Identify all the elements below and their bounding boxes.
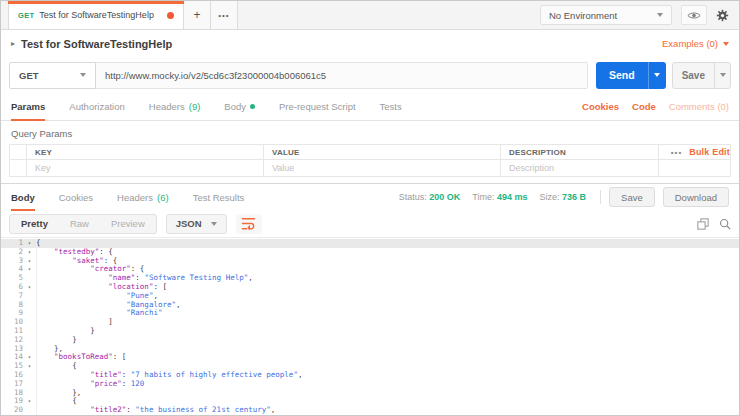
wrap-text-button[interactable] [236,214,262,234]
request-url-input[interactable] [96,62,588,89]
language-value: JSON [176,218,202,229]
tab-label: Authorization [69,101,124,112]
fold-spacer [23,327,36,336]
response-body-editor[interactable]: 1▾{2▾ "testedby": {3▾ "saket": {4▾ "crea… [1,238,739,416]
json-punctuation: }, [72,388,81,397]
code-line-18[interactable]: 18 }, [1,389,739,398]
indent [36,370,90,379]
chevron-down-icon [657,13,663,17]
fold-toggle-icon[interactable]: ▾ [23,283,36,292]
request-tab-authorization[interactable]: Authorization [69,93,124,120]
view-mode-pretty[interactable]: Pretty [10,215,59,233]
fold-spacer [23,309,36,318]
json-punctuation: : { [99,247,113,256]
code-text: } [36,327,739,336]
save-options-button[interactable] [714,63,730,88]
response-tab-body[interactable]: Body [11,184,35,210]
indent [36,282,108,291]
tab-method-badge: GET [18,11,34,20]
param-key-input[interactable] [35,163,263,173]
param-description-input[interactable] [509,163,658,173]
wrap-text-icon [241,217,256,230]
json-key: "booksToRead" [54,352,113,361]
response-tab-test-results[interactable]: Test Results [193,184,245,210]
code-line-11[interactable]: 11 } [1,327,739,336]
row-drag-handle[interactable] [10,160,27,177]
request-tab-params[interactable]: Params [11,93,45,120]
fold-toggle-icon[interactable]: ▾ [23,257,36,266]
tab-label: Headers [149,101,185,112]
language-selector[interactable]: JSON [166,214,227,234]
send-button-group: Send [596,62,666,89]
response-time-value: 494 ms [497,192,528,202]
environment-selector-value: No Environment [549,10,617,21]
save-request-button[interactable]: Save [673,63,714,88]
settings-button[interactable] [716,9,729,22]
json-number: 120 [131,379,145,388]
indent [36,335,72,344]
code-line-12[interactable]: 12 } [1,336,739,345]
copy-response-button[interactable] [697,218,709,230]
divider [600,190,601,204]
json-string: "Bangalore" [126,300,176,309]
json-string: "Pune" [126,291,153,300]
search-response-button[interactable] [719,218,731,230]
response-tab-cookies[interactable]: Cookies [59,184,93,210]
json-key: "price" [90,379,122,388]
tab-label: Tests [380,101,402,112]
request-window-tab[interactable]: GET Test for SoftwareTestingHelp [8,1,184,29]
eye-icon [687,11,701,20]
send-options-button[interactable] [648,62,666,89]
query-params-title: Query Params [11,128,731,139]
new-tab-button[interactable]: + [184,1,211,29]
fold-toggle-icon[interactable]: ▾ [23,265,36,274]
json-punctuation: : [122,370,131,379]
environment-quick-look-button[interactable] [681,5,707,25]
send-button[interactable]: Send [596,62,648,89]
link-code[interactable]: Code [632,101,656,112]
json-punctuation: , [271,405,276,414]
fold-toggle-icon[interactable]: ▾ [23,239,36,248]
postman-window: GET Test for SoftwareTestingHelp + ••• N… [0,0,740,416]
params-menu-button[interactable]: ••• [671,148,682,157]
environment-selector[interactable]: No Environment [540,5,672,25]
bulk-edit-link[interactable]: Bulk Edit [689,147,730,157]
view-mode-raw[interactable]: Raw [59,215,100,233]
link-cookies[interactable]: Cookies [582,101,619,112]
json-string: "7 habits of highly effective people" [131,370,298,379]
code-line-14[interactable]: 14▾ "booksToRead": [ [1,353,739,362]
request-tab-pre-request-script[interactable]: Pre-request Script [279,93,356,120]
response-size-value: 736 B [562,192,586,202]
request-tabs: ParamsAuthorizationHeaders(9)BodyPre-req… [11,93,426,120]
param-value-input[interactable] [272,163,500,173]
indent [36,396,72,405]
request-tab-headers[interactable]: Headers(9) [149,93,201,120]
http-method-selector[interactable]: GET [9,62,96,89]
json-key: "title2" [90,405,126,414]
code-text: "booksToRead": [ [36,353,739,362]
fold-toggle-icon[interactable]: ▾ [23,248,36,257]
view-mode-preview[interactable]: Preview [100,215,156,233]
download-response-button[interactable]: Download [663,187,729,207]
json-key: "testedby" [54,247,99,256]
disclosure-triangle-icon[interactable]: ▸ [11,39,15,48]
request-tab-tests[interactable]: Tests [380,93,402,120]
tab-options-button[interactable]: ••• [211,1,238,29]
examples-dropdown[interactable]: Examples (0) [662,38,729,49]
json-punctuation: { [36,238,41,247]
param-row-actions [659,160,731,177]
request-tab-body[interactable]: Body [224,93,255,120]
json-punctuation: : [ [153,282,167,291]
json-string: "the business of 21st century" [135,405,270,414]
indent [36,379,90,388]
fold-toggle-icon[interactable]: ▾ [23,353,36,362]
code-line-17[interactable]: 17 "price": 120 [1,380,739,389]
fold-toggle-icon[interactable]: ▾ [23,397,36,406]
json-string: "Software Testing Help" [144,273,248,282]
response-tab-headers[interactable]: Headers(6) [117,184,169,210]
save-response-button[interactable]: Save [609,187,655,207]
code-line-10[interactable]: 10 ] [1,318,739,327]
link-comments-0[interactable]: Comments (0) [669,101,729,112]
chevron-down-icon [654,73,660,77]
fold-toggle-icon[interactable]: ▾ [23,362,36,371]
